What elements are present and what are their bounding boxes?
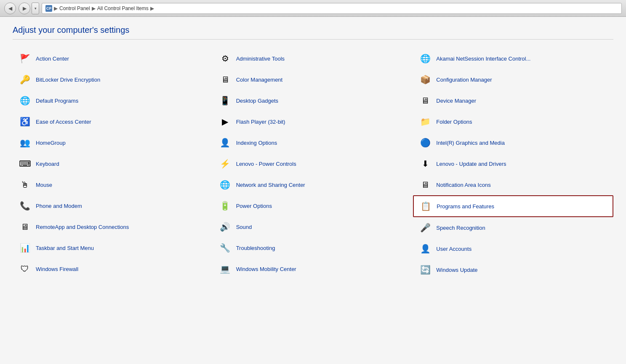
control-item-mobility[interactable]: 💻Windows Mobility Center: [213, 258, 413, 279]
label-admin-tools: Administrative Tools: [236, 56, 285, 62]
icon-lenovo-power: ⚡: [218, 157, 232, 170]
control-item-device-mgr[interactable]: 🖥Device Manager: [413, 90, 613, 111]
icon-flash-player: ▶: [218, 115, 232, 128]
control-item-firewall[interactable]: 🛡Windows Firewall: [13, 258, 213, 279]
control-item-user-accounts[interactable]: 👤User Accounts: [413, 238, 613, 259]
icon-mouse: 🖱: [18, 178, 32, 191]
label-device-mgr: Device Manager: [436, 98, 476, 104]
control-item-bitlocker[interactable]: 🔑BitLocker Drive Encryption: [13, 69, 213, 90]
label-phone-modem: Phone and Modem: [36, 203, 82, 209]
label-folder-opts: Folder Options: [436, 119, 472, 125]
breadcrumb-icon: CP: [45, 5, 52, 12]
control-item-default-programs[interactable]: 🌐Default Programs: [13, 90, 213, 111]
back-button[interactable]: ◀: [4, 3, 16, 14]
control-item-phone-modem[interactable]: 📞Phone and Modem: [13, 195, 213, 216]
column-1: 🚩Action Center🔑BitLocker Drive Encryptio…: [13, 48, 213, 280]
label-homegroup: HomeGroup: [36, 140, 66, 146]
icon-config-mgr: 📦: [418, 73, 432, 86]
label-win-update: Windows Update: [436, 267, 477, 273]
label-user-accounts: User Accounts: [436, 246, 471, 252]
label-lenovo-update: Lenovo - Update and Drivers: [436, 161, 506, 167]
icon-desktop-gadgets: 📱: [218, 94, 232, 107]
icon-akamai: 🌐: [418, 52, 432, 65]
control-item-admin-tools[interactable]: ⚙Administrative Tools: [213, 48, 413, 69]
label-network: Network and Sharing Center: [236, 182, 305, 188]
label-akamai: Akamai NetSession Interface Control...: [436, 56, 530, 62]
icon-color-mgmt: 🖥: [218, 73, 232, 86]
control-item-folder-opts[interactable]: 📁Folder Options: [413, 111, 613, 132]
control-item-power-options[interactable]: 🔋Power Options: [213, 195, 413, 216]
label-default-programs: Default Programs: [36, 98, 78, 104]
label-desktop-gadgets: Desktop Gadgets: [236, 98, 278, 104]
icon-lenovo-update: ⬇: [418, 157, 432, 170]
label-programs-features: Programs and Features: [437, 203, 494, 210]
icon-remoteapp: 🖥: [18, 220, 32, 234]
label-bitlocker: BitLocker Drive Encryption: [36, 77, 100, 83]
control-item-troubleshoot[interactable]: 🔧Troubleshooting: [213, 237, 413, 258]
address-bar: ◀ ▶ ▾ CP ▶ Control Panel ▶ All Control P…: [0, 0, 626, 17]
icon-device-mgr: 🖥: [418, 94, 432, 107]
control-item-lenovo-update[interactable]: ⬇Lenovo - Update and Drivers: [413, 153, 613, 174]
label-mobility: Windows Mobility Center: [236, 266, 296, 272]
label-ease-access: Ease of Access Center: [36, 119, 91, 125]
control-item-ease-access[interactable]: ♿Ease of Access Center: [13, 111, 213, 132]
control-item-flash-player[interactable]: ▶Flash Player (32-bit): [213, 111, 413, 132]
label-remoteapp: RemoteApp and Desktop Connections: [36, 224, 129, 230]
label-taskbar: Taskbar and Start Menu: [36, 245, 94, 251]
icon-phone-modem: 📞: [18, 199, 32, 213]
label-mouse: Mouse: [36, 182, 52, 188]
forward-button[interactable]: ▶: [19, 3, 30, 14]
control-item-homegroup[interactable]: 👥HomeGroup: [13, 132, 213, 153]
control-item-notif-icons[interactable]: 🖥Notification Area Icons: [413, 174, 613, 195]
icon-programs-features: 📋: [419, 199, 432, 213]
page-title: Adjust your computer's settings: [13, 25, 613, 40]
control-item-indexing[interactable]: 👤Indexing Options: [213, 132, 413, 153]
label-troubleshoot: Troubleshooting: [236, 245, 275, 251]
control-item-lenovo-power[interactable]: ⚡Lenovo - Power Controls: [213, 153, 413, 174]
label-sound: Sound: [236, 224, 252, 230]
icon-indexing: 👤: [218, 136, 232, 149]
control-item-remoteapp[interactable]: 🖥RemoteApp and Desktop Connections: [13, 216, 213, 237]
control-item-speech[interactable]: 🎤Speech Recognition: [413, 217, 613, 238]
control-item-akamai[interactable]: 🌐Akamai NetSession Interface Control...: [413, 48, 613, 69]
icon-power-options: 🔋: [218, 199, 232, 213]
icon-notif-icons: 🖥: [418, 178, 432, 191]
control-panel-grid: 🚩Action Center🔑BitLocker Drive Encryptio…: [13, 48, 613, 280]
label-speech: Speech Recognition: [436, 225, 485, 231]
icon-action-center: 🚩: [18, 52, 32, 65]
control-item-desktop-gadgets[interactable]: 📱Desktop Gadgets: [213, 90, 413, 111]
breadcrumb-separator-2: ▶: [92, 5, 96, 11]
control-item-mouse[interactable]: 🖱Mouse: [13, 174, 213, 195]
nav-dropdown[interactable]: ▾: [32, 3, 39, 14]
icon-intel-graphics: 🔵: [418, 136, 432, 149]
control-item-sound[interactable]: 🔊Sound: [213, 216, 413, 237]
icon-win-update: 🔄: [418, 263, 432, 276]
icon-folder-opts: 📁: [418, 115, 432, 128]
control-item-config-mgr[interactable]: 📦Configuration Manager: [413, 69, 613, 90]
control-item-color-mgmt[interactable]: 🖥Color Management: [213, 69, 413, 90]
label-keyboard: Keyboard: [36, 161, 59, 167]
icon-mobility: 💻: [218, 262, 232, 276]
control-item-network[interactable]: 🌐Network and Sharing Center: [213, 174, 413, 195]
control-item-keyboard[interactable]: ⌨Keyboard: [13, 153, 213, 174]
icon-homegroup: 👥: [18, 136, 32, 149]
label-indexing: Indexing Options: [236, 140, 277, 146]
icon-troubleshoot: 🔧: [218, 241, 232, 255]
icon-admin-tools: ⚙: [218, 52, 232, 65]
control-item-intel-graphics[interactable]: 🔵Intel(R) Graphics and Media: [413, 132, 613, 153]
icon-taskbar: 📊: [18, 241, 32, 255]
label-firewall: Windows Firewall: [36, 266, 78, 272]
label-config-mgr: Configuration Manager: [436, 77, 492, 83]
label-action-center: Action Center: [36, 56, 69, 62]
breadcrumb-separator-3: ▶: [150, 5, 154, 11]
breadcrumb[interactable]: CP ▶ Control Panel ▶ All Control Panel I…: [42, 3, 622, 14]
breadcrumb-control-panel[interactable]: Control Panel: [59, 5, 90, 11]
main-content: Adjust your computer's settings 🚩Action …: [0, 17, 626, 364]
control-item-taskbar[interactable]: 📊Taskbar and Start Menu: [13, 237, 213, 258]
control-item-programs-features[interactable]: 📋Programs and Features: [413, 195, 613, 217]
control-item-win-update[interactable]: 🔄Windows Update: [413, 259, 613, 280]
icon-ease-access: ♿: [18, 115, 32, 128]
icon-user-accounts: 👤: [418, 242, 432, 255]
control-item-action-center[interactable]: 🚩Action Center: [13, 48, 213, 69]
breadcrumb-all-items[interactable]: All Control Panel Items: [97, 5, 149, 11]
